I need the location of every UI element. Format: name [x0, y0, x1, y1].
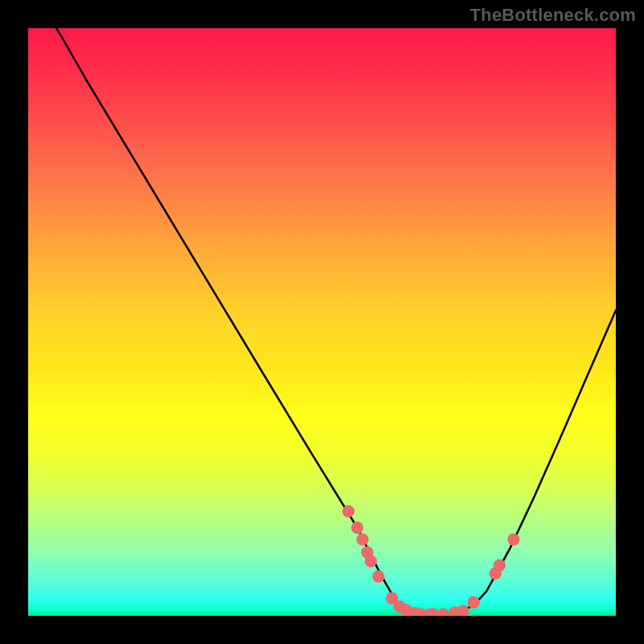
attribution-text: TheBottleneck.com [470, 5, 636, 26]
data-point [372, 570, 384, 582]
data-point [351, 522, 363, 534]
bottleneck-curve [56, 28, 616, 615]
data-points [342, 505, 519, 616]
data-point [493, 559, 506, 572]
data-point [357, 533, 369, 545]
chart-svg [28, 28, 616, 616]
data-point [437, 609, 449, 616]
data-point [365, 555, 377, 567]
data-point [342, 505, 354, 517]
data-point [468, 597, 480, 609]
chart-area [28, 28, 616, 616]
data-point [457, 605, 469, 616]
data-point [507, 533, 519, 545]
